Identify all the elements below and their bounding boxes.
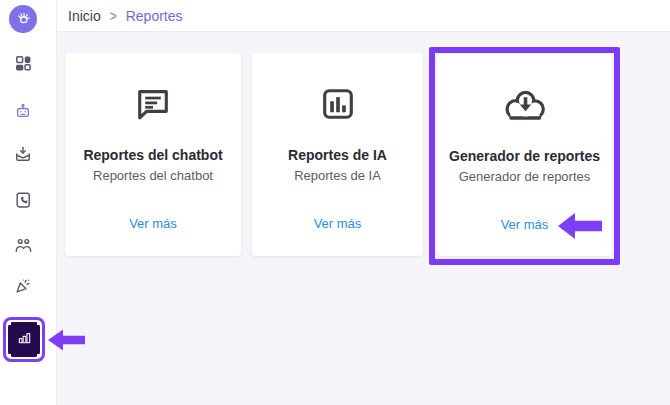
card-subtitle: Reportes de IA	[294, 168, 381, 183]
ver-mas-link-ia[interactable]: Ver más	[314, 216, 362, 231]
reports-bar-chart-icon	[15, 328, 34, 351]
sidebar-item-inbox[interactable]	[9, 142, 37, 170]
chevron-right-icon: >	[110, 7, 117, 25]
breadcrumb-item-reportes: Reportes	[126, 8, 183, 24]
sidebar-item-chatbot[interactable]	[9, 99, 37, 127]
campaign-megaphone-icon	[13, 276, 33, 300]
card-generador-reportes: Generador de reportes Generador de repor…	[437, 54, 612, 256]
reports-active-tile	[8, 322, 40, 357]
card-title: Generador de reportes	[449, 148, 600, 165]
app-logo[interactable]	[9, 5, 37, 33]
selection-handle	[8, 322, 11, 325]
card-title: Reportes de IA	[288, 147, 387, 164]
chat-bubble-icon	[131, 81, 175, 127]
card-title: Reportes del chatbot	[83, 147, 222, 164]
app-window: Inicio > Reportes Reportes d	[0, 0, 670, 405]
card-reportes-chatbot: Reportes del chatbot Reportes del chatbo…	[65, 53, 241, 256]
sidebar-item-campaigns[interactable]	[9, 274, 37, 302]
main-content: Reportes del chatbot Reportes del chatbo…	[57, 32, 670, 405]
bar-chart-square-icon	[316, 81, 360, 127]
card-subtitle: Reportes del chatbot	[93, 168, 213, 183]
ver-mas-link-chatbot[interactable]: Ver más	[129, 216, 177, 231]
sidebar	[0, 0, 57, 405]
breadcrumb-item-inicio[interactable]: Inicio	[68, 8, 101, 24]
selection-handle	[37, 354, 40, 357]
sidebar-item-reports-active[interactable]	[3, 317, 45, 362]
top-bar: Inicio > Reportes	[57, 0, 670, 32]
breadcrumb: Inicio > Reportes	[68, 8, 183, 24]
sidebar-item-dashboard[interactable]	[9, 51, 37, 79]
inbox-download-icon	[13, 144, 33, 168]
sidebar-item-contacts[interactable]	[9, 188, 37, 216]
card-subtitle: Generador de reportes	[459, 169, 591, 184]
team-people-icon	[13, 235, 34, 260]
ver-mas-link-generador[interactable]: Ver más	[501, 217, 549, 232]
chatbot-robot-icon	[13, 101, 33, 125]
sidebar-item-team[interactable]	[9, 233, 37, 261]
selection-handle	[8, 354, 11, 357]
card-reportes-ia: Reportes de IA Reportes de IA Ver más	[252, 53, 423, 256]
contacts-phonebook-icon	[13, 190, 33, 214]
dashboard-icon	[13, 53, 33, 77]
cloud-download-icon	[499, 82, 551, 128]
hand-logo-icon	[14, 8, 33, 31]
selection-handle	[37, 322, 40, 325]
